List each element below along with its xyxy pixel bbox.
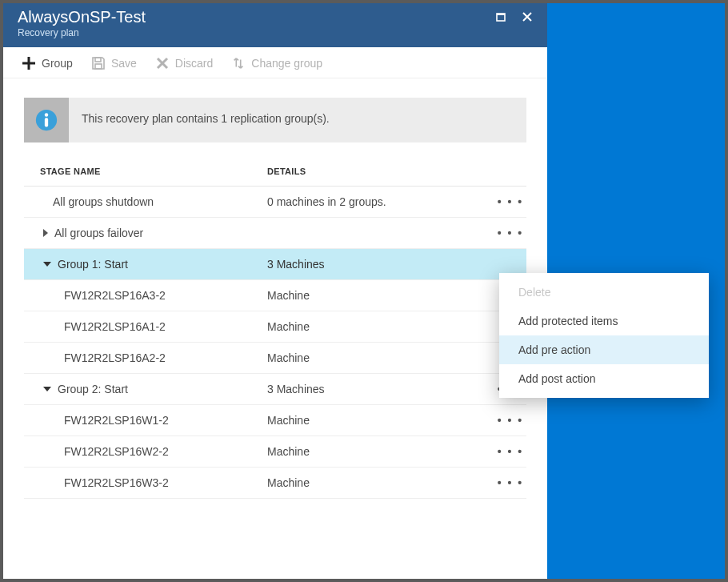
stage-name: All groups failover — [24, 227, 267, 239]
table-row[interactable]: All groups shutdown 0 machines in 2 grou… — [24, 187, 526, 218]
toolbar: Group Save Discard Change group — [3, 47, 547, 78]
row-menu-icon[interactable]: • • • — [494, 476, 526, 489]
ctx-add-protected-items[interactable]: Add protected items — [499, 307, 709, 335]
svg-rect-6 — [45, 118, 48, 126]
svg-rect-3 — [95, 64, 102, 69]
machine-details: Machine — [267, 414, 494, 427]
col-actions — [494, 167, 526, 176]
stage-label: Group 2: Start — [58, 383, 128, 395]
svg-rect-2 — [95, 58, 101, 62]
row-menu-icon[interactable]: • • • — [494, 195, 526, 208]
row-menu-icon[interactable]: • • • — [494, 227, 526, 239]
stage-details: 3 Machines — [267, 258, 494, 271]
stage-name: Group 2: Start — [24, 383, 267, 395]
main-panel: AlwaysOnSP-Test Recovery plan Group — [3, 3, 547, 579]
chevron-down-icon — [43, 387, 51, 391]
change-group-button[interactable]: Change group — [230, 55, 322, 71]
table-row[interactable]: All groups failover • • • — [24, 218, 526, 249]
info-banner: This recovery plan contains 1 replicatio… — [24, 98, 526, 142]
svg-point-5 — [45, 113, 49, 117]
table-row-selected[interactable]: Group 1: Start 3 Machines — [24, 249, 526, 280]
col-stage-name: STAGE NAME — [40, 167, 267, 176]
table-row[interactable]: Group 2: Start 3 Machines • • • — [24, 374, 526, 405]
row-menu-icon[interactable]: • • • — [494, 414, 526, 427]
plus-icon — [21, 55, 37, 71]
machine-details: Machine — [267, 445, 494, 458]
machine-name: FW12R2LSP16W3-2 — [24, 476, 267, 489]
machine-details: Machine — [267, 476, 494, 489]
restore-window-icon[interactable] — [494, 10, 509, 24]
ctx-add-post-action[interactable]: Add post action — [499, 364, 709, 393]
table-header: STAGE NAME DETAILS — [24, 167, 526, 187]
stage-name: All groups shutdown — [24, 195, 267, 208]
ctx-delete: Delete — [499, 278, 709, 307]
stage-details: 0 machines in 2 groups. — [267, 195, 494, 208]
ctx-add-pre-action[interactable]: Add pre action — [499, 335, 709, 364]
toolbar-label: Save — [111, 57, 137, 70]
toolbar-label: Group — [42, 57, 73, 70]
add-group-button[interactable]: Group — [21, 55, 73, 71]
table-row[interactable]: FW12R2LSP16W2-2 Machine • • • — [24, 436, 526, 468]
chevron-down-icon — [43, 262, 51, 267]
discard-button[interactable]: Discard — [154, 55, 213, 71]
swap-icon — [230, 55, 246, 71]
info-text: This recovery plan contains 1 replicatio… — [69, 98, 342, 142]
table-row[interactable]: FW12R2LSP16W3-2 Machine • • • — [24, 468, 526, 499]
svg-rect-1 — [497, 14, 505, 15]
machine-details: Machine — [267, 351, 494, 364]
machine-details: Machine — [267, 320, 494, 333]
table-row[interactable]: FW12R2LSP16A1-2 Machine — [24, 311, 526, 343]
context-menu: Delete Add protected items Add pre actio… — [499, 273, 709, 398]
stage-name: Group 1: Start — [24, 258, 267, 271]
stage-details: 3 Machines — [267, 383, 494, 395]
chevron-right-icon — [43, 229, 48, 237]
save-icon — [90, 55, 106, 71]
table-row[interactable]: FW12R2LSP16W1-2 Machine • • • — [24, 405, 526, 436]
stage-label: Group 1: Start — [58, 258, 128, 271]
machine-name: FW12R2LSP16A3-2 — [24, 289, 267, 302]
save-button[interactable]: Save — [90, 55, 137, 71]
col-details: DETAILS — [267, 167, 494, 176]
content-area: This recovery plan contains 1 replicatio… — [3, 78, 547, 579]
row-menu-icon[interactable]: • • • — [494, 445, 526, 458]
toolbar-label: Change group — [251, 57, 322, 70]
close-icon[interactable] — [520, 10, 534, 24]
stage-label: All groups failover — [54, 227, 143, 239]
table-row[interactable]: FW12R2LSP16A2-2 Machine — [24, 343, 526, 374]
machine-name: FW12R2LSP16A1-2 — [24, 320, 267, 333]
header-titles: AlwaysOnSP-Test Recovery plan — [18, 8, 146, 38]
table-row[interactable]: FW12R2LSP16A3-2 Machine — [24, 280, 526, 311]
machine-name: FW12R2LSP16W2-2 — [24, 445, 267, 458]
machine-name: FW12R2LSP16W1-2 — [24, 414, 267, 427]
toolbar-label: Discard — [175, 57, 213, 70]
page-title: AlwaysOnSP-Test — [18, 8, 146, 26]
stages-table: STAGE NAME DETAILS All groups shutdown 0… — [24, 167, 526, 499]
header-controls — [494, 8, 534, 24]
blade-header: AlwaysOnSP-Test Recovery plan — [3, 3, 547, 47]
info-icon — [24, 98, 69, 142]
machine-details: Machine — [267, 289, 494, 302]
page-subtitle: Recovery plan — [18, 27, 146, 38]
discard-icon — [154, 55, 170, 71]
app-root: AlwaysOnSP-Test Recovery plan Group — [3, 3, 725, 579]
machine-name: FW12R2LSP16A2-2 — [24, 351, 267, 364]
